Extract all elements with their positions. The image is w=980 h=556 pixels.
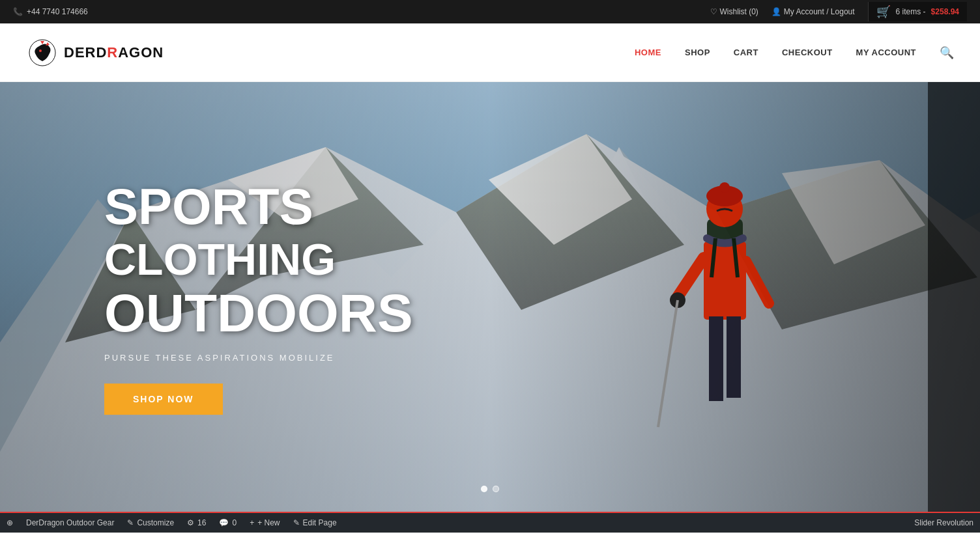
updates-count: 16 xyxy=(197,518,206,527)
svg-rect-18 xyxy=(709,316,723,401)
main-nav: HOME SHOP CART CHECKOUT MY ACCOUNT 🔍 xyxy=(635,46,954,60)
nav-cart[interactable]: CART xyxy=(734,48,758,57)
search-button[interactable]: 🔍 xyxy=(940,46,954,60)
new-label: + New xyxy=(257,518,280,527)
slider-dots xyxy=(481,486,499,492)
wishlist-icon: ♡ xyxy=(710,7,717,16)
customize-item[interactable]: ✎ Customize xyxy=(127,518,174,527)
cart-items-count: 6 items - xyxy=(896,7,926,16)
comments-icon: 💬 xyxy=(219,518,229,527)
brush-icon: ✎ xyxy=(127,518,134,527)
svg-rect-17 xyxy=(704,242,746,320)
hero-subtitle: PURSUE THESE ASPIRATIONS MOBILIZE xyxy=(104,353,413,363)
slider-revolution-item[interactable]: Slider Revolution xyxy=(914,518,973,527)
comments-count: 0 xyxy=(232,518,237,527)
account-label: My Account / Logout xyxy=(784,7,855,16)
logo-text: DERDRAGON xyxy=(64,44,164,61)
updates-icon: ⚙ xyxy=(187,518,194,527)
account-link[interactable]: 👤 My Account / Logout xyxy=(771,7,855,16)
cart-widget[interactable]: 🛒 6 items - $258.94 xyxy=(868,2,967,21)
shop-now-button[interactable]: SHOP NOW xyxy=(104,383,223,415)
nav-checkout[interactable]: CHECKOUT xyxy=(782,48,833,57)
wishlist-link[interactable]: ♡ Wishlist (0) xyxy=(710,7,758,16)
cart-icon: 🛒 xyxy=(876,5,891,19)
nav-shop[interactable]: SHOP xyxy=(685,48,710,57)
new-item[interactable]: + + New xyxy=(250,518,280,527)
header: DERDRAGON HOME SHOP CART CHECKOUT MY ACC… xyxy=(0,23,980,82)
site-name-item[interactable]: DerDragon Outdoor Gear xyxy=(26,518,114,527)
slider-dot-1[interactable] xyxy=(481,486,487,492)
updates-item[interactable]: ⚙ 16 xyxy=(187,518,206,527)
svg-point-1 xyxy=(39,49,42,52)
top-bar: 📞 +44 7740 174666 ♡ Wishlist (0) 👤 My Ac… xyxy=(0,0,980,23)
cart-price: $258.94 xyxy=(931,7,959,16)
wishlist-label: Wishlist (0) xyxy=(720,7,758,16)
customize-label: Customize xyxy=(137,518,174,527)
edit-icon: ✎ xyxy=(293,518,300,527)
hero-heading: SPORTS Clothing OUTDOORS xyxy=(104,179,413,342)
site-name: DerDragon Outdoor Gear xyxy=(26,518,114,527)
wordpress-icon-item[interactable]: ⊕ xyxy=(7,518,13,527)
phone-icon: 📞 xyxy=(13,7,23,16)
svg-rect-19 xyxy=(727,316,741,398)
hero-right-panel xyxy=(928,82,980,512)
admin-bar: ⊕ DerDragon Outdoor Gear ✎ Customize ⚙ 1… xyxy=(0,512,980,533)
top-bar-left: 📞 +44 7740 174666 xyxy=(13,7,88,16)
hero-content: SPORTS Clothing OUTDOORS PURSUE THESE AS… xyxy=(104,179,413,415)
hero-section: SPORTS Clothing OUTDOORS PURSUE THESE AS… xyxy=(0,82,980,512)
account-icon: 👤 xyxy=(771,7,781,16)
logo[interactable]: DERDRAGON xyxy=(26,36,164,69)
new-icon: + xyxy=(250,518,254,527)
comments-item[interactable]: 💬 0 xyxy=(219,518,237,527)
wordpress-icon: ⊕ xyxy=(7,518,13,527)
slider-revolution-label: Slider Revolution xyxy=(914,518,973,527)
nav-my-account[interactable]: MY ACCOUNT xyxy=(856,48,916,57)
svg-point-22 xyxy=(719,182,730,193)
slider-dot-2[interactable] xyxy=(493,486,499,492)
phone-number: +44 7740 174666 xyxy=(27,7,88,16)
edit-page-label: Edit Page xyxy=(303,518,337,527)
nav-home[interactable]: HOME xyxy=(635,48,661,57)
top-bar-right: ♡ Wishlist (0) 👤 My Account / Logout 🛒 6… xyxy=(710,2,968,21)
edit-page-item[interactable]: ✎ Edit Page xyxy=(293,518,337,527)
logo-icon xyxy=(26,36,59,69)
